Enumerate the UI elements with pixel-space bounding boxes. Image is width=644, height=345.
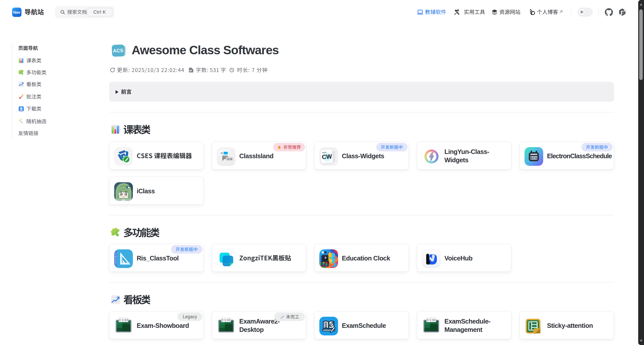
svg-text:w: w xyxy=(189,69,192,72)
svg-text:ECS: ECS xyxy=(531,156,537,160)
svg-text:0 1:50: 0 1:50 xyxy=(222,319,231,322)
svg-text:0 1:50: 0 1:50 xyxy=(427,319,436,322)
svg-text:0 1:50: 0 1:50 xyxy=(119,319,128,322)
